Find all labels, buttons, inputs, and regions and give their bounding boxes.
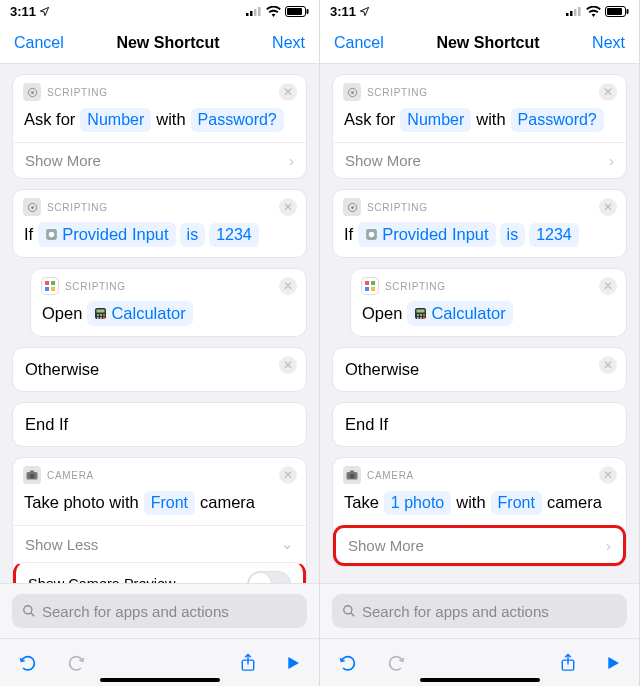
svg-rect-27 [30,471,34,473]
cancel-button[interactable]: Cancel [334,34,384,52]
remove-action-button[interactable]: ✕ [279,277,297,295]
app-token[interactable]: Calculator [407,301,512,326]
action-otherwise[interactable]: Otherwise ✕ [332,347,627,392]
ask-type-token[interactable]: Number [400,108,471,132]
search-input[interactable]: Search for apps and actions [332,594,627,628]
action-take-photo[interactable]: CAMERA ✕ Take 1 photo with Front camera … [332,457,627,567]
svg-point-42 [351,206,354,209]
action-ask-for-input[interactable]: SCRIPTING ✕ Ask for Number with Password… [12,74,307,179]
remove-action-button[interactable]: ✕ [279,83,297,101]
redo-button[interactable] [66,653,86,673]
svg-rect-59 [350,471,354,473]
cancel-button[interactable]: Cancel [14,34,64,52]
svg-rect-46 [371,281,375,285]
camera-facing-token[interactable]: Front [491,491,542,515]
action-end-if[interactable]: End If [332,402,627,447]
remove-action-button[interactable]: ✕ [599,466,617,484]
camera-facing-token[interactable]: Front [144,491,195,515]
run-button[interactable] [605,654,621,672]
chevron-right-icon: › [289,152,294,169]
undo-button[interactable] [18,653,38,673]
text: If [343,222,354,247]
show-less-row[interactable]: Show Less ⌄ [13,525,306,562]
status-right [566,6,629,17]
svg-rect-48 [371,287,375,291]
action-open-app[interactable]: SCRIPTING ✕ Open Calculator [350,268,627,337]
text: Take photo with [23,490,140,515]
calculator-icon [414,307,427,320]
next-button[interactable]: Next [272,34,305,52]
svg-point-20 [100,314,102,316]
action-open-app[interactable]: SCRIPTING ✕ Open Calculator [30,268,307,337]
show-more-row[interactable]: Show More › [333,525,626,566]
home-indicator[interactable] [420,678,540,682]
value-token[interactable]: 1234 [529,223,579,247]
svg-point-56 [423,317,425,319]
svg-point-12 [49,232,54,237]
scripting-icon [365,228,378,241]
page-title: New Shortcut [436,34,539,52]
action-ask-for-input[interactable]: SCRIPTING ✕ Ask for Number with Password… [332,74,627,179]
text: Otherwise [345,360,419,378]
text: Otherwise [25,360,99,378]
value-token[interactable]: 1234 [209,223,259,247]
action-otherwise[interactable]: Otherwise ✕ [12,347,307,392]
chevron-right-icon: › [606,537,611,554]
run-button[interactable] [285,654,301,672]
ask-prompt-token[interactable]: Password? [191,108,284,132]
shortcuts-icon [41,277,59,295]
next-button[interactable]: Next [592,34,625,52]
status-bar: 3:11 [320,0,639,22]
action-if[interactable]: SCRIPTING ✕ If Provided Input is 1234 [332,189,627,258]
wifi-icon [266,6,281,17]
show-more-label: Show More [25,152,101,169]
svg-rect-47 [365,287,369,291]
condition-token[interactable]: is [500,223,526,247]
svg-point-24 [103,317,105,319]
condition-token[interactable]: is [180,223,206,247]
show-more-row[interactable]: Show More › [13,142,306,178]
text: with [475,107,506,132]
text: End If [25,415,68,433]
svg-rect-3 [258,7,261,16]
svg-rect-1 [250,11,253,16]
provided-input-token[interactable]: Provided Input [38,222,175,247]
remove-action-button[interactable]: ✕ [279,466,297,484]
action-if[interactable]: SCRIPTING ✕ If Provided Input is 1234 [12,189,307,258]
show-less-label: Show Less [25,536,98,553]
search-input[interactable]: Search for apps and actions [12,594,307,628]
svg-rect-2 [254,9,257,16]
provided-input-token[interactable]: Provided Input [358,222,495,247]
svg-rect-0 [246,13,249,16]
scripting-icon [23,198,41,216]
action-end-if[interactable]: End If [12,402,307,447]
remove-action-button[interactable]: ✕ [599,83,617,101]
shortcuts-icon [361,277,379,295]
ask-prompt-token[interactable]: Password? [511,108,604,132]
text: camera [546,490,603,515]
svg-point-8 [31,91,34,94]
ask-type-token[interactable]: Number [80,108,151,132]
undo-button[interactable] [338,653,358,673]
app-token[interactable]: Calculator [87,301,192,326]
remove-action-button[interactable]: ✕ [599,198,617,216]
home-indicator[interactable] [100,678,220,682]
photo-count-token[interactable]: 1 photo [384,491,451,515]
svg-point-58 [350,474,355,479]
category-label: CAMERA [367,470,414,481]
remove-action-button[interactable]: ✕ [599,277,617,295]
show-more-label: Show More [348,537,424,554]
text: with [455,490,486,515]
category-label: SCRIPTING [47,202,108,213]
remove-action-button[interactable]: ✕ [599,356,617,374]
redo-button[interactable] [386,653,406,673]
camera-icon [23,466,41,484]
share-button[interactable] [559,653,577,673]
show-more-row[interactable]: Show More › [333,142,626,178]
remove-action-button[interactable]: ✕ [279,198,297,216]
svg-point-44 [369,232,374,237]
svg-point-51 [417,314,419,316]
chevron-right-icon: › [609,152,614,169]
share-button[interactable] [239,653,257,673]
remove-action-button[interactable]: ✕ [279,356,297,374]
